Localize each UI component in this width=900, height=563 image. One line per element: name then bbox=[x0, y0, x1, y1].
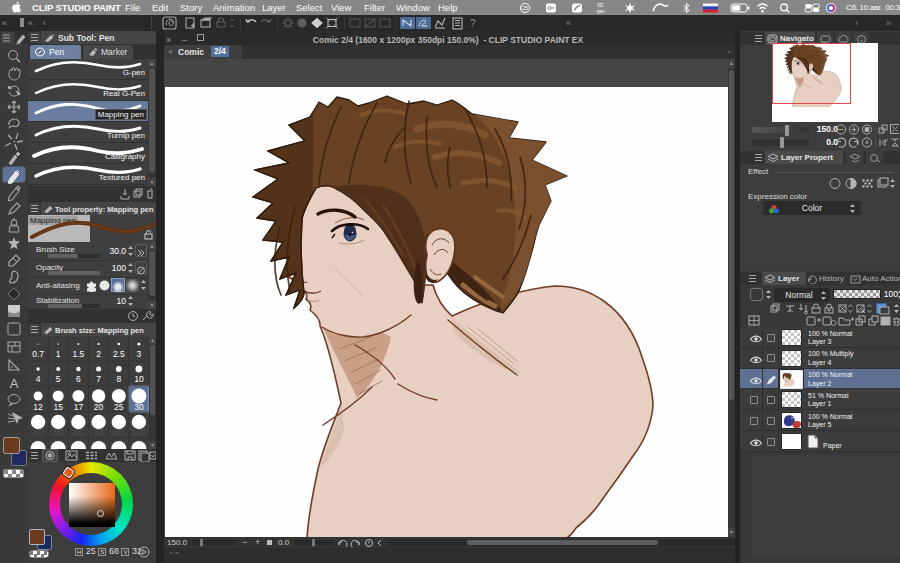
svg-text:0.7: 0.7 bbox=[32, 349, 44, 359]
svg-text:4: 4 bbox=[36, 374, 41, 384]
svg-text:10: 10 bbox=[134, 374, 144, 384]
svg-text:1.5: 1.5 bbox=[72, 349, 84, 359]
svg-text:XD: XD bbox=[597, 3, 604, 8]
svg-text:25: 25 bbox=[114, 402, 124, 412]
svg-text:7: 7 bbox=[96, 374, 101, 384]
svg-text:A: A bbox=[10, 376, 19, 391]
svg-text:1: 1 bbox=[56, 349, 61, 359]
svg-text:?: ? bbox=[470, 18, 476, 29]
svg-text:2.5: 2.5 bbox=[113, 349, 125, 359]
svg-text:50: 50 bbox=[53, 427, 63, 437]
svg-text:25: 25 bbox=[522, 5, 528, 11]
svg-text:6: 6 bbox=[76, 374, 81, 384]
svg-text:60: 60 bbox=[74, 427, 84, 437]
svg-text:20: 20 bbox=[94, 402, 104, 412]
svg-text:2: 2 bbox=[96, 349, 101, 359]
svg-text:12: 12 bbox=[33, 402, 43, 412]
svg-text:80: 80 bbox=[114, 427, 124, 437]
svg-text:5: 5 bbox=[56, 374, 61, 384]
svg-text:30: 30 bbox=[134, 402, 144, 412]
svg-text:8: 8 bbox=[116, 374, 121, 384]
svg-text:15: 15 bbox=[53, 402, 63, 412]
svg-text:70: 70 bbox=[94, 427, 104, 437]
svg-text:17: 17 bbox=[74, 402, 84, 412]
svg-text:40: 40 bbox=[33, 427, 43, 437]
svg-text:100: 100 bbox=[132, 427, 146, 437]
svg-text:3: 3 bbox=[137, 349, 142, 359]
svg-text:pen: pen bbox=[597, 9, 605, 14]
